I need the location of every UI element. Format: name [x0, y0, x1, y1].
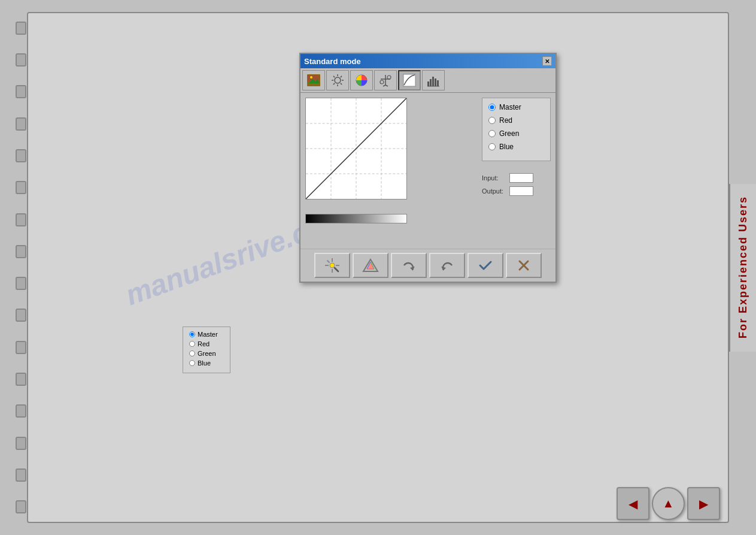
svg-line-10 [341, 83, 342, 84]
title-bar: Standard mode ✕ [300, 54, 555, 68]
radio-green[interactable]: Green [488, 129, 544, 138]
svg-point-40 [330, 263, 335, 268]
small-radio-red-label: Red [198, 340, 210, 347]
triangle-button[interactable] [353, 253, 388, 278]
svg-line-33 [306, 98, 406, 199]
dialog-title: Standard mode [304, 57, 361, 66]
spiral-hole [16, 341, 26, 354]
radio-master-input[interactable] [488, 104, 496, 111]
radio-red-label: Red [499, 116, 512, 125]
spiral-hole [16, 53, 26, 67]
auto-button[interactable] [314, 253, 350, 278]
output-field[interactable] [509, 186, 533, 196]
spiral-hole [16, 437, 26, 450]
small-radio-blue-input[interactable] [189, 360, 195, 366]
channel-box: Master Red Green Blue [482, 98, 551, 161]
input-output-section: Input: Output: [482, 173, 551, 200]
small-radio-green-input[interactable] [189, 350, 195, 356]
small-radio-master-label: Master [198, 331, 218, 338]
radio-master[interactable]: Master [488, 103, 544, 111]
toolbar-brightness-btn[interactable] [326, 70, 349, 90]
spiral-hole [16, 149, 26, 162]
dialog-actions [300, 249, 555, 282]
spiral-hole [16, 500, 26, 513]
svg-line-9 [333, 76, 335, 77]
svg-point-16 [380, 80, 384, 84]
right-panel: Master Red Green Blue Input: [482, 98, 551, 244]
svg-point-2 [310, 76, 312, 78]
next-arrow-icon: ▶ [699, 497, 708, 511]
spiral-hole [16, 85, 26, 98]
radio-red[interactable]: Red [488, 116, 544, 125]
svg-rect-21 [427, 81, 429, 86]
small-radio-red[interactable]: Red [189, 340, 224, 347]
radio-red-input[interactable] [488, 117, 496, 124]
small-radio-master-input[interactable] [189, 331, 195, 337]
spiral-hole [16, 468, 26, 482]
prev-arrow-button[interactable]: ◀ [617, 487, 649, 520]
svg-point-4 [335, 77, 341, 83]
navigation-arrows: ◀ ▲ ▶ [617, 487, 720, 520]
svg-rect-1 [308, 75, 320, 81]
input-label: Input: [482, 174, 506, 182]
rotate-ccw-button[interactable] [429, 253, 465, 278]
curves-canvas[interactable] [305, 98, 407, 200]
input-row: Input: [482, 173, 551, 183]
svg-line-12 [333, 83, 335, 84]
gradient-bar [305, 214, 407, 223]
spiral-hole [16, 373, 26, 386]
prev-arrow-icon: ◀ [629, 497, 637, 511]
svg-rect-24 [435, 78, 436, 86]
curves-area [305, 98, 476, 244]
small-radio-green[interactable]: Green [189, 350, 224, 357]
spiral-hole [16, 404, 26, 418]
spiral-hole [16, 277, 26, 290]
svg-rect-23 [432, 77, 434, 86]
small-radio-master[interactable]: Master [189, 331, 224, 338]
home-arrow-button[interactable]: ▲ [652, 487, 685, 520]
title-bar-close-button[interactable]: ✕ [542, 56, 552, 66]
cancel-button[interactable] [506, 253, 542, 278]
svg-point-17 [387, 75, 391, 79]
svg-rect-25 [437, 80, 439, 86]
ok-button[interactable] [467, 253, 503, 278]
radio-blue[interactable]: Blue [488, 143, 544, 151]
radio-blue-input[interactable] [488, 143, 496, 150]
standard-mode-dialog: Standard mode ✕ [299, 53, 557, 283]
toolbar-histogram-btn[interactable] [422, 70, 445, 90]
svg-line-41 [335, 268, 338, 271]
svg-rect-20 [403, 74, 415, 86]
rotate-cw-button[interactable] [391, 253, 427, 278]
dialog-toolbar [300, 68, 555, 93]
svg-rect-22 [430, 79, 432, 86]
output-label: Output: [482, 188, 506, 195]
toolbar-curves-btn[interactable] [398, 70, 421, 90]
small-radio-blue-label: Blue [198, 359, 211, 367]
spiral-hole [16, 213, 26, 226]
spiral-hole [16, 117, 26, 131]
spiral-hole [16, 22, 26, 35]
radio-master-label: Master [499, 103, 521, 111]
small-radio-red-input[interactable] [189, 341, 195, 347]
home-arrow-icon: ▲ [663, 497, 675, 510]
svg-line-38 [327, 261, 330, 263]
radio-green-input[interactable] [488, 130, 496, 137]
radio-blue-label: Blue [499, 143, 514, 151]
small-radio-green-label: Green [198, 350, 216, 357]
output-row: Output: [482, 186, 551, 196]
toolbar-color-btn[interactable] [350, 70, 373, 90]
svg-line-19 [385, 85, 388, 86]
svg-line-11 [341, 76, 342, 77]
toolbar-image-btn[interactable] [302, 70, 325, 90]
radio-green-label: Green [499, 129, 519, 138]
next-arrow-button[interactable]: ▶ [687, 487, 720, 520]
spiral-hole [16, 245, 26, 258]
dialog-content: Master Red Green Blue Input: [300, 93, 555, 249]
small-radio-blue[interactable]: Blue [189, 359, 224, 367]
right-side-tab: For Experienced Users [729, 184, 756, 352]
input-field[interactable] [509, 173, 533, 183]
spiral-hole [16, 309, 26, 322]
toolbar-balance-btn[interactable] [374, 70, 397, 90]
svg-line-18 [383, 85, 385, 86]
small-channel-panel: Master Red Green Blue [183, 327, 230, 373]
